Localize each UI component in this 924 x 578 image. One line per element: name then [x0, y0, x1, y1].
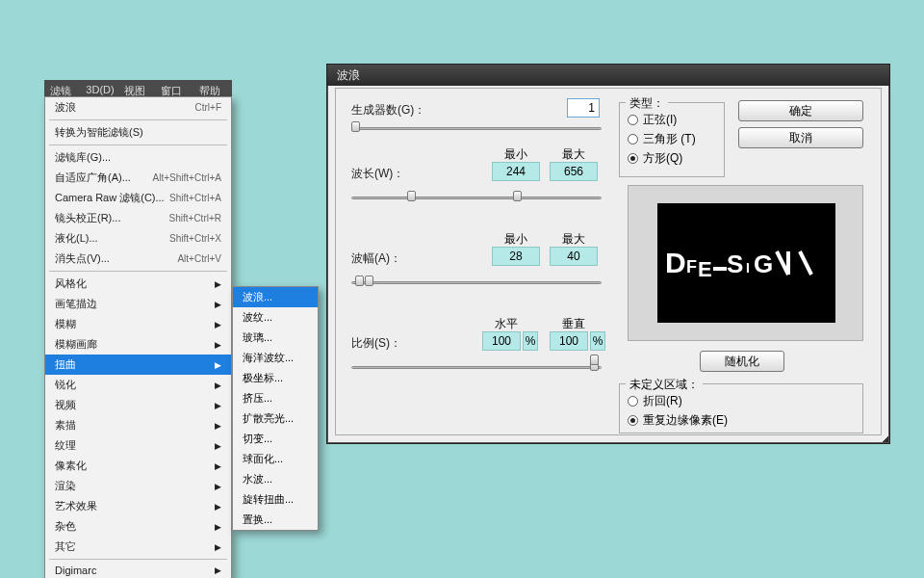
- menu-item[interactable]: 其它▶: [45, 537, 231, 557]
- filter-menu: 波浪Ctrl+F转换为智能滤镜(S)滤镜库(G)...自适应广角(A)...Al…: [44, 96, 232, 578]
- chevron-right-icon: ▶: [215, 300, 221, 309]
- menu-item[interactable]: 转换为智能滤镜(S): [45, 122, 231, 143]
- wavelength-max-label: 最大: [550, 146, 598, 163]
- svg-text:E: E: [698, 257, 713, 281]
- dialog-title: 波浪: [327, 65, 889, 86]
- wavelength-max[interactable]: 656: [550, 162, 598, 181]
- svg-text:F: F: [686, 257, 698, 276]
- cancel-button[interactable]: 取消: [738, 127, 863, 148]
- dialog-body: 生成器数(G)： 1 最小 最大 波长(W)： 244 656 最小 最大 波幅…: [335, 88, 882, 435]
- ok-button[interactable]: 确定: [738, 100, 863, 121]
- chevron-right-icon: ▶: [215, 421, 221, 431]
- amplitude-max[interactable]: 40: [550, 247, 598, 266]
- menu-item[interactable]: 渲染▶: [45, 476, 231, 496]
- randomize-button[interactable]: 随机化: [700, 351, 784, 372]
- submenu-item[interactable]: 扩散亮光...: [233, 408, 318, 429]
- menu-item[interactable]: 扭曲▶: [45, 355, 231, 375]
- wavelength-min[interactable]: 244: [492, 162, 540, 181]
- scale-h[interactable]: 100: [482, 331, 521, 351]
- type-legend: 类型：: [626, 95, 668, 112]
- menu-item[interactable]: Digimarc▶: [45, 562, 231, 578]
- radio-repeat-edge[interactable]: 重复边缘像素(E): [628, 412, 855, 429]
- menu-item[interactable]: 模糊画廊▶: [45, 334, 231, 355]
- submenu-item[interactable]: 球面化...: [233, 449, 318, 469]
- submenu-item[interactable]: 玻璃...: [233, 328, 318, 348]
- menu-item[interactable]: 锐化▶: [45, 375, 231, 395]
- radio-triangle[interactable]: 三角形 (T): [628, 131, 716, 147]
- submenu-item[interactable]: 置换...: [233, 510, 318, 530]
- svg-rect-3: [713, 267, 727, 271]
- menu-item[interactable]: 像素化▶: [45, 456, 231, 476]
- chevron-right-icon: ▶: [215, 441, 221, 451]
- submenu-item[interactable]: 水波...: [233, 469, 318, 489]
- chevron-right-icon: ▶: [215, 482, 221, 491]
- scale-h-pct: %: [523, 331, 538, 351]
- svg-text:D: D: [665, 247, 685, 278]
- menu-item[interactable]: 自适应广角(A)...Alt+Shift+Ctrl+A: [45, 168, 231, 188]
- menu-item[interactable]: 素描▶: [45, 415, 231, 435]
- scale-slider[interactable]: [351, 362, 602, 374]
- menu-item[interactable]: Camera Raw 滤镜(C)...Shift+Ctrl+A: [45, 188, 231, 208]
- menu-item[interactable]: 滤镜库(G)...: [45, 147, 231, 168]
- radio-sine[interactable]: 正弦(I): [628, 112, 716, 128]
- chevron-right-icon: ▶: [215, 340, 221, 350]
- menu-item[interactable]: 杂色▶: [45, 516, 231, 537]
- menu-item[interactable]: 波浪Ctrl+F: [45, 97, 231, 118]
- submenu-item[interactable]: 波纹...: [233, 307, 318, 328]
- chevron-right-icon: ▶: [215, 502, 221, 512]
- scale-label: 比例(S)：: [351, 335, 401, 352]
- chevron-right-icon: ▶: [215, 461, 221, 471]
- submenu-item[interactable]: 极坐标...: [233, 368, 318, 388]
- chevron-right-icon: ▶: [215, 381, 221, 390]
- menu-item[interactable]: 消失点(V)...Alt+Ctrl+V: [45, 249, 231, 269]
- chevron-right-icon: ▶: [215, 360, 221, 370]
- scale-h-label: 水平: [482, 316, 530, 332]
- distort-submenu: 波浪...波纹...玻璃...海洋波纹...极坐标...挤压...扩散亮光...…: [232, 286, 319, 531]
- wavelength-slider[interactable]: [351, 193, 602, 204]
- wavelength-label: 波长(W)：: [351, 166, 404, 182]
- menu-item[interactable]: 纹理▶: [45, 435, 231, 456]
- undefined-legend: 未定义区域：: [626, 377, 703, 393]
- generator-label: 生成器数(G)：: [351, 102, 425, 118]
- amplitude-slider[interactable]: [351, 277, 602, 289]
- chevron-right-icon: ▶: [215, 522, 221, 532]
- preview-box: D F E S I G: [628, 185, 863, 341]
- menu-item[interactable]: 镜头校正(R)...Shift+Ctrl+R: [45, 208, 231, 228]
- svg-text:I: I: [746, 260, 751, 276]
- submenu-item[interactable]: 海洋波纹...: [233, 348, 318, 368]
- preview-image: D F E S I G: [657, 203, 835, 323]
- wave-dialog: 波浪 生成器数(G)： 1 最小 最大 波长(W)： 244 656 最小 最大…: [326, 64, 890, 444]
- scale-v-pct: %: [590, 331, 605, 351]
- menu-item[interactable]: 画笔描边▶: [45, 294, 231, 314]
- amplitude-min[interactable]: 28: [492, 247, 540, 266]
- submenu-item[interactable]: 切变...: [233, 429, 318, 449]
- scale-v-label: 垂直: [550, 316, 598, 332]
- wavelength-min-label: 最小: [492, 146, 540, 163]
- undefined-group: 未定义区域： 折回(R) 重复边缘像素(E): [619, 383, 863, 434]
- chevron-right-icon: ▶: [215, 565, 221, 575]
- generator-input[interactable]: 1: [567, 98, 600, 118]
- scale-v[interactable]: 100: [550, 331, 588, 351]
- submenu-item[interactable]: 旋转扭曲...: [233, 489, 318, 510]
- svg-text:G: G: [754, 250, 774, 278]
- amplitude-max-label: 最大: [550, 231, 598, 248]
- amplitude-min-label: 最小: [492, 231, 540, 248]
- generator-slider[interactable]: [351, 123, 602, 135]
- type-group: 类型： 正弦(I) 三角形 (T) 方形(Q): [619, 102, 725, 177]
- menu-item[interactable]: 模糊▶: [45, 314, 231, 334]
- chevron-right-icon: ▶: [215, 279, 221, 289]
- menu-item[interactable]: 液化(L)...Shift+Ctrl+X: [45, 228, 231, 249]
- chevron-right-icon: ▶: [215, 542, 221, 552]
- submenu-item[interactable]: 波浪...: [233, 287, 318, 307]
- radio-wrap[interactable]: 折回(R): [628, 393, 855, 409]
- radio-square[interactable]: 方形(Q): [628, 150, 716, 167]
- menu-item[interactable]: 视频▶: [45, 395, 231, 415]
- submenu-item[interactable]: 挤压...: [233, 388, 318, 408]
- svg-text:S: S: [727, 250, 744, 278]
- menu-item[interactable]: 艺术效果▶: [45, 496, 231, 516]
- menu-item[interactable]: 风格化▶: [45, 274, 231, 294]
- chevron-right-icon: ▶: [215, 320, 221, 329]
- amplitude-label: 波幅(A)：: [351, 250, 401, 267]
- chevron-right-icon: ▶: [215, 401, 221, 410]
